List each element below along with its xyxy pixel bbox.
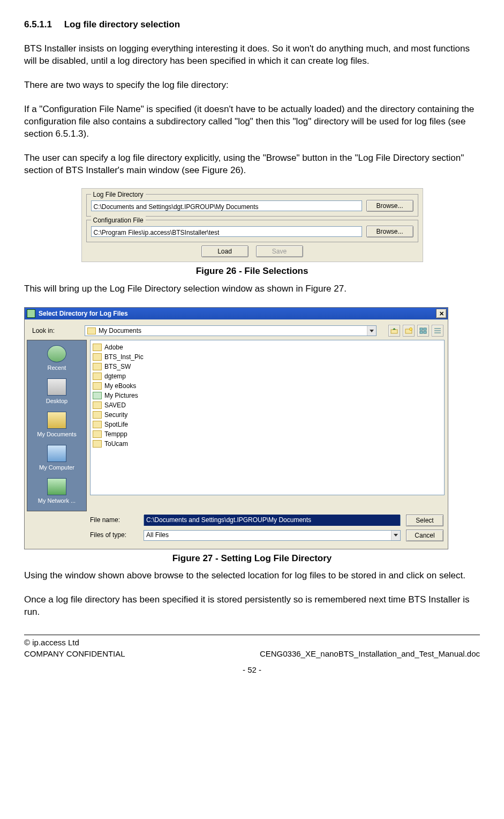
svg-marker-12	[394, 534, 398, 537]
places-recent-label: Recent	[48, 364, 66, 371]
footer-confidential: COMPANY CONFIDENTIAL	[24, 649, 125, 659]
list-item[interactable]: BTS_Inst_Pic	[93, 352, 442, 362]
list-item[interactable]: dgtemp	[93, 371, 442, 381]
save-button: Save	[256, 245, 303, 257]
look-in-value: My Documents	[99, 326, 141, 335]
file-name-input[interactable]: C:\Documents and Settings\dgt.IPGROUP\My…	[144, 515, 401, 526]
svg-point-4	[410, 328, 412, 331]
configuration-file-group: Configuration File C:\Program Files\ip.a…	[86, 220, 418, 242]
list-item[interactable]: SAVED	[93, 400, 442, 410]
section-number: 6.5.1.1	[24, 19, 52, 31]
footer-docname: CENG0336_XE_nanoBTS_Installation_and_Tes…	[260, 649, 480, 659]
list-item[interactable]: SpotLife	[93, 420, 442, 429]
section-title: Log file directory selection	[64, 19, 180, 29]
paragraph-4: The user can specify a log file director…	[24, 152, 480, 177]
folder-icon	[93, 411, 102, 419]
list-item[interactable]: Security	[93, 410, 442, 420]
list-item[interactable]: My eBooks	[93, 381, 442, 391]
list-item[interactable]: Temppp	[93, 429, 442, 439]
file-name-value: C:\Documents and Settings\dgt.IPGROUP\My…	[144, 515, 400, 525]
log-dir-browse-button[interactable]: Browse...	[366, 200, 413, 212]
svg-marker-2	[393, 328, 396, 330]
configuration-file-input[interactable]: C:\Program Files\ip.access\BTSInstaller\…	[91, 226, 362, 237]
files-of-type-value: All Files	[146, 531, 169, 539]
desktop-icon	[47, 378, 66, 396]
chevron-down-icon[interactable]	[367, 326, 376, 336]
files-of-type-combo[interactable]: All Files	[144, 530, 401, 541]
page-number: - 52 -	[24, 665, 480, 675]
paragraph-3: If a "Configuration File Name" is specif…	[24, 103, 480, 140]
folder-icon	[87, 327, 96, 334]
folder-icon	[93, 421, 102, 428]
list-item[interactable]: Adobe	[93, 343, 442, 352]
folder-icon	[93, 430, 102, 438]
svg-rect-5	[420, 328, 423, 330]
my-documents-icon	[47, 412, 66, 429]
places-desktop-label: Desktop	[46, 398, 67, 404]
log-file-directory-input[interactable]: C:\Documents and Settings\dgt.IPGROUP\My…	[91, 200, 362, 211]
files-of-type-label: Files of type:	[90, 531, 138, 539]
folder-icon	[93, 363, 102, 370]
config-browse-button[interactable]: Browse...	[366, 226, 413, 237]
load-button[interactable]: Load	[201, 245, 249, 257]
log-file-directory-legend: Log File Directory	[91, 190, 146, 199]
figure-27-dialog: Select Directory for Log Files ✕ Look in…	[24, 307, 448, 549]
places-my-network[interactable]: My Network ...	[31, 476, 82, 508]
folder-icon	[93, 373, 102, 380]
log-file-directory-group: Log File Directory C:\Documents and Sett…	[86, 194, 418, 217]
svg-rect-6	[424, 328, 426, 330]
my-computer-icon	[47, 445, 66, 462]
folder-icon	[93, 344, 102, 351]
cancel-button[interactable]: Cancel	[406, 530, 443, 541]
paragraph-2: There are two ways to specify the log fi…	[24, 79, 480, 92]
paragraph-6: Using the window shown above browse to t…	[24, 570, 480, 582]
dialog-title: Select Directory for Log Files	[39, 309, 128, 318]
view-list-icon[interactable]	[417, 325, 429, 337]
file-list[interactable]: Adobe BTS_Inst_Pic BTS_SW dgtemp My eBoo…	[90, 340, 445, 495]
paragraph-1: BTS Installer insists on logging everyth…	[24, 43, 480, 68]
places-mycomp-label: My Computer	[39, 464, 74, 471]
places-mynet-label: My Network ...	[38, 497, 76, 504]
file-name-label: File name:	[90, 516, 138, 524]
folder-icon	[93, 353, 102, 361]
svg-rect-7	[420, 331, 423, 333]
up-one-level-icon[interactable]	[388, 325, 400, 337]
places-bar: Recent Desktop My Documents My Computer …	[27, 340, 87, 511]
places-desktop[interactable]: Desktop	[31, 377, 82, 408]
paragraph-5: This will bring up the Log File Director…	[24, 283, 480, 295]
look-in-label: Look in:	[32, 326, 78, 335]
places-my-computer[interactable]: My Computer	[31, 443, 82, 474]
paragraph-7: Once a log file directory has been speci…	[24, 594, 480, 619]
footer-copyright: © ip.access Ltd	[24, 637, 480, 648]
chevron-down-icon[interactable]	[391, 531, 400, 540]
figure-27-caption: Figure 27 - Setting Log File Directory	[24, 553, 480, 565]
section-heading: 6.5.1.1 Log file directory selection	[24, 19, 480, 31]
my-network-icon	[47, 478, 66, 495]
list-item[interactable]: ToUcam	[93, 439, 442, 449]
new-folder-icon[interactable]	[403, 325, 415, 337]
close-button[interactable]: ✕	[436, 309, 447, 318]
list-item[interactable]: My Pictures	[93, 391, 442, 400]
figure-26-panel: Log File Directory C:\Documents and Sett…	[81, 188, 423, 262]
app-icon	[27, 309, 35, 318]
places-recent[interactable]: Recent	[31, 344, 82, 375]
svg-rect-8	[424, 331, 426, 333]
recent-icon	[47, 345, 66, 362]
folder-icon	[93, 401, 102, 409]
configuration-file-legend: Configuration File	[91, 216, 146, 225]
select-button[interactable]: Select	[406, 515, 443, 526]
svg-marker-0	[370, 330, 374, 332]
folder-icon	[93, 440, 102, 448]
list-item[interactable]: BTS_SW	[93, 362, 442, 371]
look-in-combo[interactable]: My Documents	[85, 325, 377, 336]
svg-rect-1	[391, 330, 397, 333]
view-details-icon[interactable]	[432, 325, 443, 337]
close-icon: ✕	[439, 310, 444, 318]
places-my-documents[interactable]: My Documents	[31, 410, 82, 441]
dialog-titlebar[interactable]: Select Directory for Log Files ✕	[25, 308, 448, 319]
folder-icon	[93, 382, 102, 390]
footer-divider	[24, 635, 480, 635]
places-mydocs-label: My Documents	[37, 431, 76, 437]
pictures-folder-icon	[93, 392, 102, 399]
figure-26-caption: Figure 26 - File Selections	[24, 265, 480, 278]
